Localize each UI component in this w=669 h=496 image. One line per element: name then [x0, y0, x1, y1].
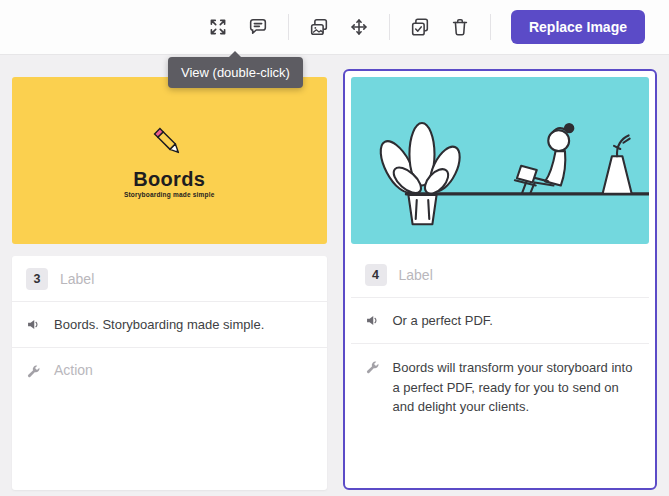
frame-3-action-field[interactable]: Action: [12, 348, 327, 490]
boords-logo-subtitle: Storyboarding made simple: [124, 191, 215, 198]
frame-4-dialogue-field[interactable]: Or a perfect PDF.: [351, 298, 650, 344]
frame-3-fields: 3 Label Boords. Storyboarding made simpl…: [12, 256, 327, 490]
action-wrench-icon: [26, 364, 42, 379]
move-frame-button[interactable]: [342, 10, 376, 44]
boords-logo-title: Boords: [133, 168, 205, 191]
frame-4-action-field[interactable]: Boords will transform your storyboard in…: [351, 344, 650, 482]
toolbar-separator: [389, 14, 390, 40]
frame-number-badge: 4: [365, 264, 387, 286]
label-placeholder: Label: [60, 271, 94, 287]
view-button[interactable]: [201, 10, 235, 44]
action-text: Boords will transform your storyboard in…: [393, 358, 635, 417]
illustration-person-laptop-plants: [351, 77, 650, 244]
duplicate-check-icon: [409, 16, 431, 38]
swap-image-icon: [308, 16, 330, 38]
comment-icon: [247, 16, 269, 38]
frame-3-label-field[interactable]: 3 Label: [12, 256, 327, 302]
trash-icon: [449, 16, 471, 38]
frame-3: Boords Storyboarding made simple 3 Label…: [12, 69, 327, 490]
frame-4-label-field[interactable]: 4 Label: [351, 252, 650, 298]
action-placeholder: Action: [54, 362, 93, 378]
view-expand-icon: [207, 16, 229, 38]
dialogue-text: Or a perfect PDF.: [393, 311, 493, 331]
frame-4: 4 Label Or a perfect PDF. Boords will tr…: [343, 69, 658, 490]
replace-image-button[interactable]: Replace Image: [511, 10, 645, 44]
label-placeholder: Label: [399, 267, 433, 283]
tooltip-text: View (double-click): [181, 65, 290, 80]
toolbar: Replace Image: [0, 0, 669, 55]
frame-3-dialogue-field[interactable]: Boords. Storyboarding made simple.: [12, 302, 327, 348]
frame-4-image[interactable]: [351, 77, 650, 244]
swap-image-button[interactable]: [302, 10, 336, 44]
toolbar-separator: [288, 14, 289, 40]
frame-4-fields: 4 Label Or a perfect PDF. Boords will tr…: [351, 252, 650, 482]
toolbar-separator: [490, 14, 491, 40]
storyboard-grid: Boords Storyboarding made simple 3 Label…: [0, 55, 669, 496]
move-icon: [348, 16, 370, 38]
action-wrench-icon: [365, 360, 381, 375]
speaker-icon: [365, 313, 381, 328]
dialogue-text: Boords. Storyboarding made simple.: [54, 315, 264, 335]
pencil-icon: [150, 124, 188, 166]
delete-frame-button[interactable]: [443, 10, 477, 44]
duplicate-frame-button[interactable]: [403, 10, 437, 44]
boords-logo: Boords Storyboarding made simple: [12, 77, 327, 244]
speaker-icon: [26, 317, 42, 332]
comment-button[interactable]: [241, 10, 275, 44]
frame-3-image[interactable]: Boords Storyboarding made simple: [12, 77, 327, 244]
view-tooltip: View (double-click): [168, 57, 303, 88]
frame-number-badge: 3: [26, 268, 48, 290]
